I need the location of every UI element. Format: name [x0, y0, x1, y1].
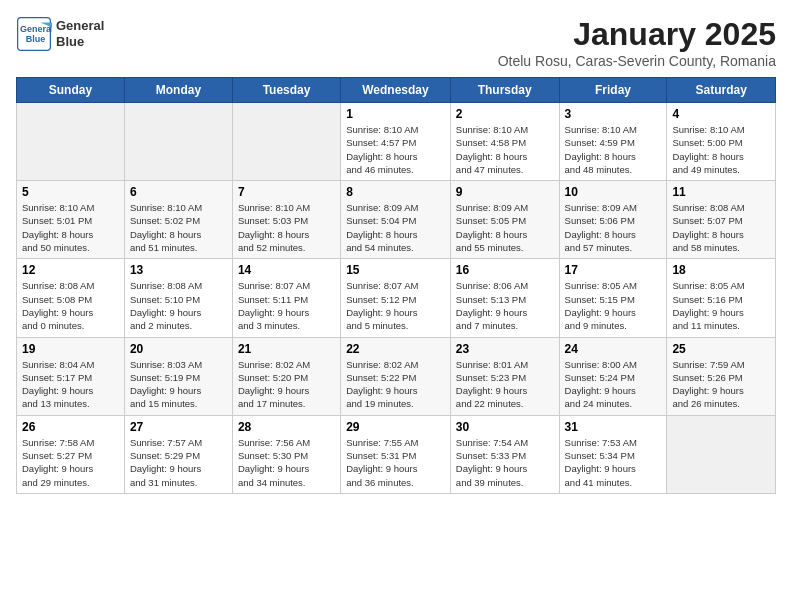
day-info: Sunrise: 8:10 AM Sunset: 5:02 PM Dayligh… — [130, 201, 227, 254]
day-info: Sunrise: 7:53 AM Sunset: 5:34 PM Dayligh… — [565, 436, 662, 489]
calendar-header: SundayMondayTuesdayWednesdayThursdayFrid… — [17, 78, 776, 103]
title-area: January 2025 Otelu Rosu, Caras-Severin C… — [498, 16, 776, 69]
header-row: SundayMondayTuesdayWednesdayThursdayFrid… — [17, 78, 776, 103]
day-header-sunday: Sunday — [17, 78, 125, 103]
day-info: Sunrise: 7:54 AM Sunset: 5:33 PM Dayligh… — [456, 436, 554, 489]
day-info: Sunrise: 8:10 AM Sunset: 5:03 PM Dayligh… — [238, 201, 335, 254]
calendar-cell: 23Sunrise: 8:01 AM Sunset: 5:23 PM Dayli… — [450, 337, 559, 415]
calendar-cell — [17, 103, 125, 181]
day-number: 28 — [238, 420, 335, 434]
day-info: Sunrise: 8:10 AM Sunset: 5:01 PM Dayligh… — [22, 201, 119, 254]
week-row-3: 12Sunrise: 8:08 AM Sunset: 5:08 PM Dayli… — [17, 259, 776, 337]
calendar-cell: 22Sunrise: 8:02 AM Sunset: 5:22 PM Dayli… — [341, 337, 451, 415]
day-number: 15 — [346, 263, 445, 277]
logo-text: General — [56, 18, 104, 34]
day-number: 20 — [130, 342, 227, 356]
day-number: 3 — [565, 107, 662, 121]
day-info: Sunrise: 8:10 AM Sunset: 5:00 PM Dayligh… — [672, 123, 770, 176]
calendar-cell: 6Sunrise: 8:10 AM Sunset: 5:02 PM Daylig… — [124, 181, 232, 259]
day-info: Sunrise: 8:10 AM Sunset: 4:57 PM Dayligh… — [346, 123, 445, 176]
calendar-cell: 28Sunrise: 7:56 AM Sunset: 5:30 PM Dayli… — [232, 415, 340, 493]
calendar-cell: 14Sunrise: 8:07 AM Sunset: 5:11 PM Dayli… — [232, 259, 340, 337]
day-header-wednesday: Wednesday — [341, 78, 451, 103]
day-number: 17 — [565, 263, 662, 277]
day-info: Sunrise: 7:57 AM Sunset: 5:29 PM Dayligh… — [130, 436, 227, 489]
day-info: Sunrise: 7:58 AM Sunset: 5:27 PM Dayligh… — [22, 436, 119, 489]
day-info: Sunrise: 7:55 AM Sunset: 5:31 PM Dayligh… — [346, 436, 445, 489]
calendar-cell: 4Sunrise: 8:10 AM Sunset: 5:00 PM Daylig… — [667, 103, 776, 181]
day-number: 5 — [22, 185, 119, 199]
day-info: Sunrise: 7:56 AM Sunset: 5:30 PM Dayligh… — [238, 436, 335, 489]
day-number: 19 — [22, 342, 119, 356]
day-number: 29 — [346, 420, 445, 434]
day-info: Sunrise: 8:10 AM Sunset: 4:59 PM Dayligh… — [565, 123, 662, 176]
day-number: 12 — [22, 263, 119, 277]
calendar-subtitle: Otelu Rosu, Caras-Severin County, Romani… — [498, 53, 776, 69]
day-number: 22 — [346, 342, 445, 356]
calendar-cell: 18Sunrise: 8:05 AM Sunset: 5:16 PM Dayli… — [667, 259, 776, 337]
calendar-cell: 5Sunrise: 8:10 AM Sunset: 5:01 PM Daylig… — [17, 181, 125, 259]
day-number: 11 — [672, 185, 770, 199]
calendar-cell: 27Sunrise: 7:57 AM Sunset: 5:29 PM Dayli… — [124, 415, 232, 493]
day-number: 7 — [238, 185, 335, 199]
calendar-cell: 2Sunrise: 8:10 AM Sunset: 4:58 PM Daylig… — [450, 103, 559, 181]
calendar-cell: 16Sunrise: 8:06 AM Sunset: 5:13 PM Dayli… — [450, 259, 559, 337]
day-info: Sunrise: 8:02 AM Sunset: 5:20 PM Dayligh… — [238, 358, 335, 411]
svg-text:General: General — [20, 24, 52, 34]
svg-text:Blue: Blue — [26, 34, 46, 44]
day-number: 13 — [130, 263, 227, 277]
day-info: Sunrise: 8:09 AM Sunset: 5:06 PM Dayligh… — [565, 201, 662, 254]
calendar-cell: 24Sunrise: 8:00 AM Sunset: 5:24 PM Dayli… — [559, 337, 667, 415]
day-number: 6 — [130, 185, 227, 199]
day-header-thursday: Thursday — [450, 78, 559, 103]
week-row-1: 1Sunrise: 8:10 AM Sunset: 4:57 PM Daylig… — [17, 103, 776, 181]
day-header-tuesday: Tuesday — [232, 78, 340, 103]
calendar-cell: 31Sunrise: 7:53 AM Sunset: 5:34 PM Dayli… — [559, 415, 667, 493]
day-number: 16 — [456, 263, 554, 277]
day-number: 31 — [565, 420, 662, 434]
calendar-cell: 25Sunrise: 7:59 AM Sunset: 5:26 PM Dayli… — [667, 337, 776, 415]
day-info: Sunrise: 8:10 AM Sunset: 4:58 PM Dayligh… — [456, 123, 554, 176]
day-info: Sunrise: 8:08 AM Sunset: 5:07 PM Dayligh… — [672, 201, 770, 254]
calendar-cell: 29Sunrise: 7:55 AM Sunset: 5:31 PM Dayli… — [341, 415, 451, 493]
logo-text2: Blue — [56, 34, 104, 50]
calendar-cell: 1Sunrise: 8:10 AM Sunset: 4:57 PM Daylig… — [341, 103, 451, 181]
day-number: 4 — [672, 107, 770, 121]
calendar-table: SundayMondayTuesdayWednesdayThursdayFrid… — [16, 77, 776, 494]
day-info: Sunrise: 8:04 AM Sunset: 5:17 PM Dayligh… — [22, 358, 119, 411]
day-number: 27 — [130, 420, 227, 434]
day-number: 21 — [238, 342, 335, 356]
day-info: Sunrise: 8:06 AM Sunset: 5:13 PM Dayligh… — [456, 279, 554, 332]
day-number: 9 — [456, 185, 554, 199]
calendar-cell: 11Sunrise: 8:08 AM Sunset: 5:07 PM Dayli… — [667, 181, 776, 259]
day-info: Sunrise: 8:08 AM Sunset: 5:10 PM Dayligh… — [130, 279, 227, 332]
calendar-cell: 12Sunrise: 8:08 AM Sunset: 5:08 PM Dayli… — [17, 259, 125, 337]
day-info: Sunrise: 8:01 AM Sunset: 5:23 PM Dayligh… — [456, 358, 554, 411]
week-row-4: 19Sunrise: 8:04 AM Sunset: 5:17 PM Dayli… — [17, 337, 776, 415]
calendar-body: 1Sunrise: 8:10 AM Sunset: 4:57 PM Daylig… — [17, 103, 776, 494]
day-header-saturday: Saturday — [667, 78, 776, 103]
logo-icon: General Blue — [16, 16, 52, 52]
calendar-cell — [124, 103, 232, 181]
day-info: Sunrise: 8:00 AM Sunset: 5:24 PM Dayligh… — [565, 358, 662, 411]
week-row-2: 5Sunrise: 8:10 AM Sunset: 5:01 PM Daylig… — [17, 181, 776, 259]
day-number: 30 — [456, 420, 554, 434]
calendar-cell: 21Sunrise: 8:02 AM Sunset: 5:20 PM Dayli… — [232, 337, 340, 415]
day-number: 14 — [238, 263, 335, 277]
day-number: 2 — [456, 107, 554, 121]
calendar-cell: 3Sunrise: 8:10 AM Sunset: 4:59 PM Daylig… — [559, 103, 667, 181]
calendar-cell: 9Sunrise: 8:09 AM Sunset: 5:05 PM Daylig… — [450, 181, 559, 259]
day-info: Sunrise: 8:07 AM Sunset: 5:12 PM Dayligh… — [346, 279, 445, 332]
calendar-cell: 10Sunrise: 8:09 AM Sunset: 5:06 PM Dayli… — [559, 181, 667, 259]
calendar-title: January 2025 — [498, 16, 776, 53]
week-row-5: 26Sunrise: 7:58 AM Sunset: 5:27 PM Dayli… — [17, 415, 776, 493]
calendar-cell: 7Sunrise: 8:10 AM Sunset: 5:03 PM Daylig… — [232, 181, 340, 259]
day-info: Sunrise: 8:09 AM Sunset: 5:04 PM Dayligh… — [346, 201, 445, 254]
calendar-cell — [232, 103, 340, 181]
day-number: 8 — [346, 185, 445, 199]
day-number: 23 — [456, 342, 554, 356]
header: General Blue General Blue January 2025 O… — [16, 16, 776, 69]
day-number: 25 — [672, 342, 770, 356]
day-number: 10 — [565, 185, 662, 199]
calendar-cell: 8Sunrise: 8:09 AM Sunset: 5:04 PM Daylig… — [341, 181, 451, 259]
